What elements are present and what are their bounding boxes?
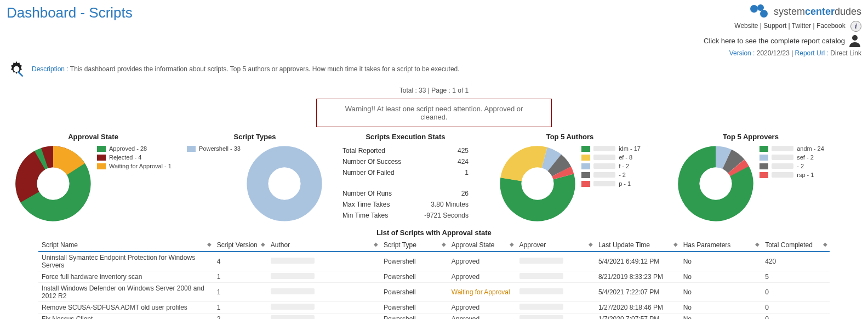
svg-point-24	[700, 168, 732, 200]
sort-icon[interactable]: ◆	[374, 241, 378, 247]
legend-label: f - 2	[619, 163, 629, 169]
logo-text-2: center	[805, 6, 835, 17]
redacted-text	[271, 304, 315, 310]
stats-row: Total Reported425	[342, 145, 469, 156]
stats-label: Number Of Runs	[342, 190, 430, 197]
table-cell: 5/4/2021 6:49:12 PM	[595, 252, 680, 271]
redacted-text	[593, 146, 615, 151]
redacted-text	[593, 163, 615, 169]
col-header-label: Author	[271, 241, 290, 249]
pager: Total : 33 | Page : 1 of 1	[0, 87, 868, 94]
exec-stats: Total Reported425Number Of Success424Num…	[342, 145, 469, 221]
link-website[interactable]: Website	[734, 22, 758, 30]
legend-item: Approved - 28	[97, 145, 172, 152]
redacted-text	[772, 155, 793, 160]
svg-point-19	[522, 168, 554, 200]
table-cell	[267, 252, 380, 271]
svg-point-1	[757, 4, 764, 11]
col-header[interactable]: Has Parameters◆	[680, 239, 762, 252]
legend-approval-state: Approved - 28Rejected - 4Waiting for App…	[97, 145, 172, 169]
chart-title-approval-state: Approval State	[68, 133, 118, 141]
chart-title-script-types: Script Types	[233, 133, 276, 141]
col-header-label: Approver	[519, 241, 546, 249]
donut-script-types	[246, 145, 323, 222]
table-cell: Remove SCUSA-SDFUSA ADMT old user profil…	[38, 302, 214, 314]
scripts-table: Script Name◆Script Version◆Author◆Script…	[38, 239, 830, 319]
col-header[interactable]: Approver◆	[516, 239, 595, 252]
col-header[interactable]: Total Completed◆	[762, 239, 830, 252]
table-cell: 5	[762, 271, 830, 283]
catalog-link[interactable]: Click here to see the complete report ca…	[704, 34, 861, 47]
table-cell: Waiting for Approval	[448, 283, 516, 302]
redacted-text	[593, 181, 615, 186]
link-facebook[interactable]: Facebook	[816, 22, 846, 30]
col-header[interactable]: Script Name◆	[38, 239, 214, 252]
table-cell: Uninstall Symantec Endpoint Protection f…	[38, 252, 214, 271]
redacted-text	[271, 273, 315, 279]
sort-icon[interactable]: ◆	[589, 241, 593, 247]
table-cell: 0	[762, 283, 830, 302]
col-header[interactable]: Script Version◆	[214, 239, 267, 252]
redacted-text	[519, 315, 563, 319]
table-cell: 0	[762, 302, 830, 314]
stats-value: 424	[430, 158, 469, 166]
redacted-text	[519, 288, 563, 294]
stats-row: Min Time Takes-9721 Seconds	[342, 210, 469, 221]
legend-swatch	[760, 163, 768, 169]
col-header[interactable]: Approval State◆	[448, 239, 516, 252]
legend-label: Powershell - 33	[199, 145, 241, 152]
col-header[interactable]: Author◆	[267, 239, 380, 252]
legend-top-authors: idm - 17ef - 8f - 2- 2p - 1	[581, 145, 641, 187]
legend-label: Approved - 28	[109, 145, 147, 152]
legend-label: ef - 8	[619, 154, 632, 161]
table-row[interactable]: Remove SCUSA-SDFUSA ADMT old user profil…	[38, 302, 830, 314]
sort-icon[interactable]: ◆	[510, 241, 514, 247]
table-cell	[516, 314, 595, 320]
legend-item: ef - 8	[581, 154, 641, 161]
stats-value: -9721 Seconds	[424, 212, 469, 219]
legend-label: andm - 24	[797, 145, 824, 152]
legend-swatch	[760, 155, 768, 161]
redacted-text	[772, 172, 793, 178]
col-header[interactable]: Last Update Time◆	[595, 239, 680, 252]
table-cell: Approved	[448, 314, 516, 320]
table-row[interactable]: Force full hardware inventory scan1Power…	[38, 271, 830, 283]
link-support[interactable]: Support	[763, 22, 786, 30]
legend-swatch	[97, 163, 106, 169]
stats-value: 26	[430, 190, 469, 197]
table-cell: Approved	[448, 302, 516, 314]
table-row[interactable]: Fix Nessus Client2PowershellApproved1/7/…	[38, 314, 830, 320]
sort-icon[interactable]: ◆	[261, 241, 265, 247]
table-cell: No	[680, 283, 762, 302]
sort-icon[interactable]: ◆	[823, 241, 827, 247]
table-cell: 8/21/2019 8:33:23 PM	[595, 271, 680, 283]
sort-icon[interactable]: ◆	[755, 241, 760, 247]
legend-swatch	[97, 155, 106, 161]
report-url-link[interactable]: Direct Link	[830, 49, 861, 57]
table-cell	[267, 283, 380, 302]
table-title: List of Scripts with Approval state	[38, 229, 830, 237]
table-cell: 1/27/2020 8:18:46 PM	[595, 302, 680, 314]
svg-point-13	[269, 168, 301, 200]
col-header-label: Has Parameters	[683, 241, 731, 249]
sort-icon[interactable]: ◆	[673, 241, 678, 247]
sort-icon[interactable]: ◆	[442, 241, 446, 247]
svg-point-0	[750, 5, 758, 13]
table-cell: Force full hardware inventory scan	[38, 271, 214, 283]
legend-item: - 2	[760, 163, 824, 169]
table-cell: Powershell	[380, 252, 448, 271]
chart-title-top-authors: Top 5 Authors	[546, 133, 594, 141]
logo-text-3: dudes	[835, 6, 861, 17]
legend-item: - 2	[581, 172, 641, 178]
legend-item: rsp - 1	[760, 172, 824, 178]
col-header[interactable]: Script Type◆	[380, 239, 448, 252]
stats-value: 3.80 Minutes	[430, 201, 469, 208]
info-icon[interactable]: i	[850, 21, 861, 32]
table-cell: Powershell	[380, 271, 448, 283]
table-row[interactable]: Install Windows Defender on Windows Serv…	[38, 283, 830, 302]
link-twitter[interactable]: Twitter	[792, 22, 811, 30]
stats-row: Number Of Failed1	[342, 167, 469, 178]
sort-icon[interactable]: ◆	[207, 241, 212, 247]
svg-point-11	[37, 168, 70, 200]
table-row[interactable]: Uninstall Symantec Endpoint Protection f…	[38, 252, 830, 271]
